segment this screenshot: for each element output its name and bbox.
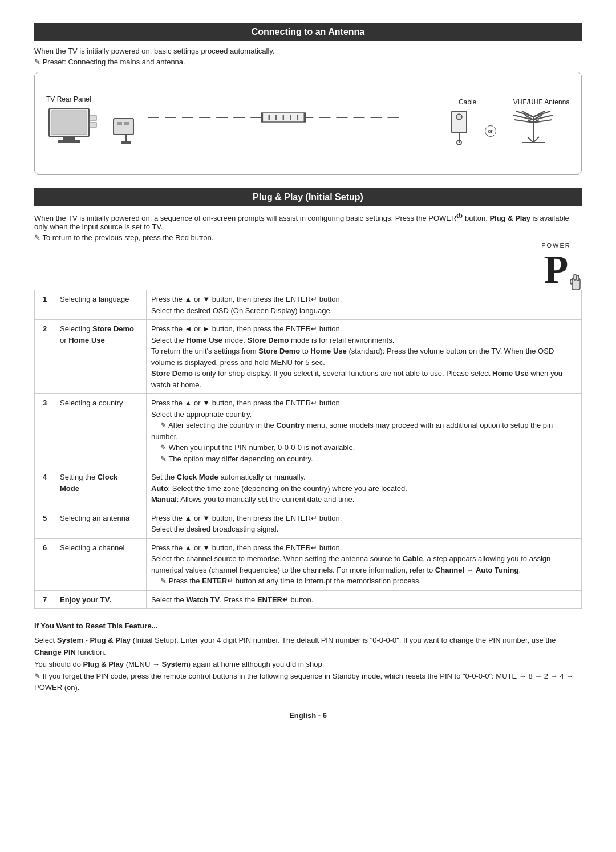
step-2-num: 2 (35, 320, 55, 394)
plug-play-note-return: To return to the previous step, press th… (34, 233, 582, 242)
step-1-row: 1 Selecting a language Press the ▲ or ▼ … (35, 290, 582, 320)
footer: English - 6 (34, 711, 582, 720)
connector-svg (111, 113, 142, 144)
right-labels: Cable VHF/UHF Antenna (445, 98, 570, 106)
footer-text: English - 6 (289, 711, 327, 720)
svg-line-37 (528, 137, 533, 143)
step-6-num: 6 (35, 538, 55, 590)
tv-rear-label: TV Rear Panel (46, 95, 91, 103)
plug-play-section: Plug & Play (Initial Setup) When the TV … (34, 188, 582, 609)
step-2-desc: Press the ◄ or ► button, then press the … (147, 320, 582, 394)
step-7-num: 7 (35, 590, 55, 609)
step-1-desc: Press the ▲ or ▼ button, then press the … (147, 290, 582, 320)
pencil-icon-3 (34, 672, 43, 680)
cable-icon-svg (445, 108, 473, 148)
reset-line2: You should do Plug & Play (MENU → System… (34, 659, 582, 671)
step-7-label: Enjoy your TV. (55, 590, 147, 609)
power-diagram: POWER P (530, 242, 582, 290)
svg-rect-7 (114, 119, 133, 135)
or-circle: or (485, 125, 496, 137)
svg-rect-4 (90, 116, 96, 120)
tv-illustration: ⟵ (46, 106, 103, 151)
step-7-desc: Select the Watch TV. Press the ENTER↵ bu… (147, 590, 582, 609)
step-4-num: 4 (35, 468, 55, 509)
step-4-row: 4 Setting the ClockMode Set the Clock Mo… (35, 468, 582, 509)
steps-table: 1 Selecting a language Press the ▲ or ▼ … (34, 290, 582, 609)
step-4-label: Setting the ClockMode (55, 468, 147, 509)
step-5-label: Selecting an antenna (55, 509, 147, 538)
svg-rect-8 (117, 122, 122, 125)
svg-rect-42 (570, 279, 573, 284)
svg-rect-11 (121, 141, 131, 144)
tv-rear-panel: TV Rear Panel (46, 95, 142, 151)
reset-line1: Select System - Plug & Play (Initial Set… (34, 635, 582, 659)
antenna-intro: When the TV is initially powered on, bas… (34, 47, 582, 55)
step-6-desc: Press the ▲ or ▼ button, then press the … (147, 538, 582, 590)
step-2-label: Selecting Store Demoor Home Use (55, 320, 147, 394)
antenna-header: Connecting to an Antenna (34, 23, 582, 41)
svg-rect-40 (574, 274, 576, 280)
reset-section: If You Want to Reset This Feature... Sel… (34, 620, 582, 694)
svg-rect-2 (63, 137, 75, 140)
power-p-graphic: P (530, 250, 582, 290)
svg-rect-3 (58, 140, 80, 143)
step-3-row: 3 Selecting a country Press the ▲ or ▼ b… (35, 394, 582, 468)
step-6-row: 6 Selecting a channel Press the ▲ or ▼ b… (35, 538, 582, 590)
step-4-desc: Set the Clock Mode automatically or manu… (147, 468, 582, 509)
step-3-label: Selecting a country (55, 394, 147, 468)
step-1-label: Selecting a language (55, 290, 147, 320)
antenna-diagram: TV Rear Panel (34, 72, 582, 175)
plug-play-header: Plug & Play (Initial Setup) (34, 188, 582, 206)
step-2-row: 2 Selecting Store Demoor Home Use Press … (35, 320, 582, 394)
step-3-desc: Press the ▲ or ▼ button, then press the … (147, 394, 582, 468)
right-icons-row: or (445, 108, 559, 148)
antenna-icon-svg (508, 108, 559, 148)
reset-header: If You Want to Reset This Feature... (34, 620, 582, 632)
step-7-row: 7 Enjoy your TV. Select the Watch TV. Pr… (35, 590, 582, 609)
plug-play-intro: When the TV is initially powered on, a s… (34, 212, 582, 231)
cable-wire-svg (148, 109, 433, 126)
right-devices: Cable VHF/UHF Antenna (445, 98, 570, 148)
antenna-preset: Preset: Connecting the mains and antenna… (34, 58, 582, 66)
step-5-row: 5 Selecting an antenna Press the ▲ or ▼ … (35, 509, 582, 538)
antenna-device (508, 108, 559, 148)
svg-rect-5 (90, 123, 96, 127)
svg-line-38 (533, 137, 539, 143)
vhf-uhf-label: VHF/UHF Antenna (513, 98, 570, 106)
step-3-num: 3 (35, 394, 55, 468)
step-3-note1: After selecting the country in the Count… (151, 421, 553, 441)
step-5-num: 5 (35, 509, 55, 538)
step-3-note3: The option may differ depending on count… (151, 455, 313, 463)
step-1-num: 1 (35, 290, 55, 320)
reset-note: If you forget the PIN code, press the re… (34, 671, 582, 695)
cable-device (445, 108, 473, 148)
connecting-antenna-section: Connecting to an Antenna When the TV is … (34, 23, 582, 175)
svg-rect-41 (577, 275, 579, 281)
hand-icon-svg (568, 270, 585, 293)
cable-label: Cable (451, 98, 485, 106)
step-6-label: Selecting a channel (55, 538, 147, 590)
step-3-note2: When you input the PIN number, 0-0-0-0 i… (151, 443, 355, 452)
svg-text:⟵: ⟵ (47, 118, 59, 127)
svg-point-20 (456, 114, 462, 120)
step-5-desc: Press the ▲ or ▼ button, then press the … (147, 509, 582, 538)
pencil-icon-2 (34, 233, 42, 242)
diagram-container: TV Rear Panel (46, 95, 570, 151)
pencil-icon (34, 58, 43, 66)
svg-rect-9 (124, 122, 129, 125)
step-6-note: Press the ENTER↵ button at any time to i… (151, 577, 421, 585)
